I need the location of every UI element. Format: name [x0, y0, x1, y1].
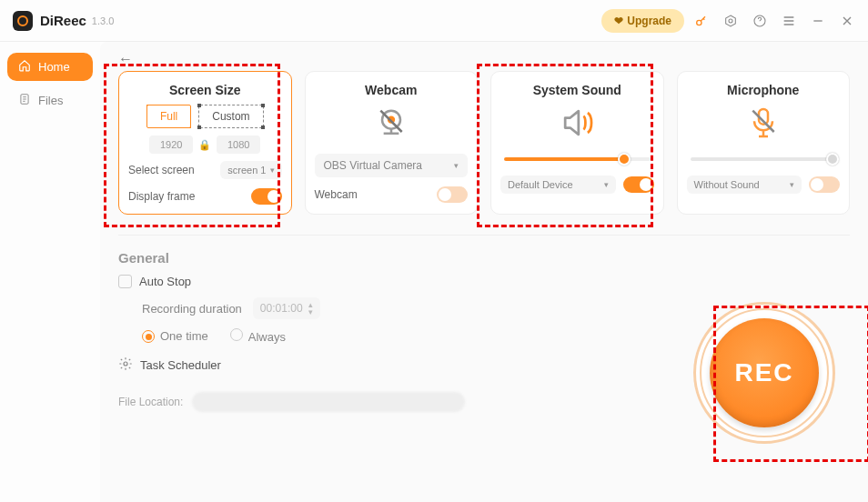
- gear-icon: [118, 356, 133, 374]
- close-button[interactable]: [839, 13, 855, 29]
- sound-title: System Sound: [500, 83, 654, 97]
- card-screen-size: Screen Size Full Custom 1920 🔒 1080 Sele…: [118, 71, 292, 215]
- svg-point-8: [124, 362, 127, 366]
- minimize-button[interactable]: [810, 13, 826, 29]
- chevron-down-icon: ▾: [454, 161, 459, 170]
- task-scheduler-link[interactable]: Task Scheduler: [140, 358, 221, 372]
- home-icon: [18, 59, 31, 75]
- radio-one-time[interactable]: One time: [142, 329, 208, 344]
- upgrade-button[interactable]: ❤ Upgrade: [601, 9, 684, 33]
- auto-stop-label: Auto Stop: [139, 275, 191, 288]
- sound-toggle[interactable]: [623, 176, 654, 193]
- sidebar-home-label: Home: [38, 60, 70, 74]
- svg-marker-1: [726, 15, 736, 26]
- webcam-title: Webcam: [315, 83, 469, 97]
- auto-stop-checkbox[interactable]: [118, 275, 132, 288]
- mic-off-icon: [687, 105, 841, 141]
- record-button[interactable]: REC: [710, 318, 819, 427]
- webcam-source-select[interactable]: OBS Virtual Camera▾: [315, 154, 469, 177]
- files-icon: [18, 93, 31, 108]
- mode-custom[interactable]: Custom: [198, 105, 263, 128]
- menu-icon[interactable]: [781, 13, 797, 29]
- webcam-toggle[interactable]: [437, 186, 468, 203]
- sidebar: Home Files: [0, 42, 100, 502]
- app-version: 1.3.0: [92, 15, 114, 26]
- display-frame-label: Display frame: [128, 190, 195, 203]
- radio-always[interactable]: Always: [230, 328, 286, 344]
- mic-toggle[interactable]: [809, 176, 840, 193]
- file-location-path[interactable]: [192, 392, 465, 412]
- help-icon[interactable]: [752, 13, 768, 29]
- lock-icon[interactable]: 🔒: [198, 139, 211, 151]
- duration-input[interactable]: 00:01:00 ▴▾: [253, 297, 320, 319]
- mode-full[interactable]: Full: [146, 105, 191, 128]
- upgrade-label: Upgrade: [627, 15, 671, 27]
- speaker-icon: [500, 105, 654, 141]
- chevron-down-icon: ▾: [604, 180, 609, 189]
- heart-icon: ❤: [614, 15, 623, 27]
- screen-title: Screen Size: [128, 83, 282, 97]
- mic-slider[interactable]: [691, 157, 837, 161]
- mic-device-select[interactable]: Without Sound▾: [687, 176, 802, 194]
- back-button[interactable]: ←: [118, 51, 850, 67]
- chevron-down-icon: ▾: [790, 180, 794, 189]
- mic-title: Microphone: [687, 83, 841, 97]
- card-microphone: Microphone Without Sound▾: [677, 71, 851, 215]
- screen-width[interactable]: 1920: [149, 136, 193, 154]
- svg-point-2: [729, 19, 732, 23]
- sound-slider[interactable]: [504, 157, 651, 161]
- card-webcam: Webcam OBS Virtual Camera▾ Webcam: [305, 71, 479, 215]
- card-system-sound: System Sound Default Device▾: [490, 71, 664, 215]
- rec-container: REC: [693, 302, 835, 444]
- webcam-toggle-label: Webcam: [315, 188, 358, 201]
- screen-height[interactable]: 1080: [217, 136, 260, 154]
- webcam-off-icon: [315, 105, 469, 141]
- display-frame-toggle[interactable]: [251, 188, 282, 205]
- stepper-icon: ▴▾: [308, 301, 313, 316]
- chevron-down-icon: ▾: [270, 166, 275, 175]
- app-logo: [13, 11, 33, 31]
- content: ← Screen Size Full Custom 1920 🔒 1080: [100, 42, 868, 502]
- settings-icon[interactable]: [722, 13, 739, 29]
- general-title: General: [118, 250, 850, 266]
- duration-label: Recording duration: [142, 302, 242, 316]
- svg-point-0: [697, 20, 701, 25]
- file-location-label: File Location:: [118, 396, 183, 408]
- screen-select[interactable]: screen 1▾: [220, 161, 281, 179]
- sidebar-files-label: Files: [38, 94, 63, 107]
- sound-device-select[interactable]: Default Device▾: [500, 176, 616, 194]
- sidebar-item-home[interactable]: Home: [7, 53, 93, 81]
- titlebar: DiReec 1.3.0 ❤ Upgrade: [0, 0, 868, 42]
- sidebar-item-files[interactable]: Files: [7, 86, 93, 115]
- select-screen-label: Select screen: [128, 164, 195, 176]
- app-name: DiReec: [40, 13, 86, 28]
- key-icon[interactable]: [693, 13, 710, 29]
